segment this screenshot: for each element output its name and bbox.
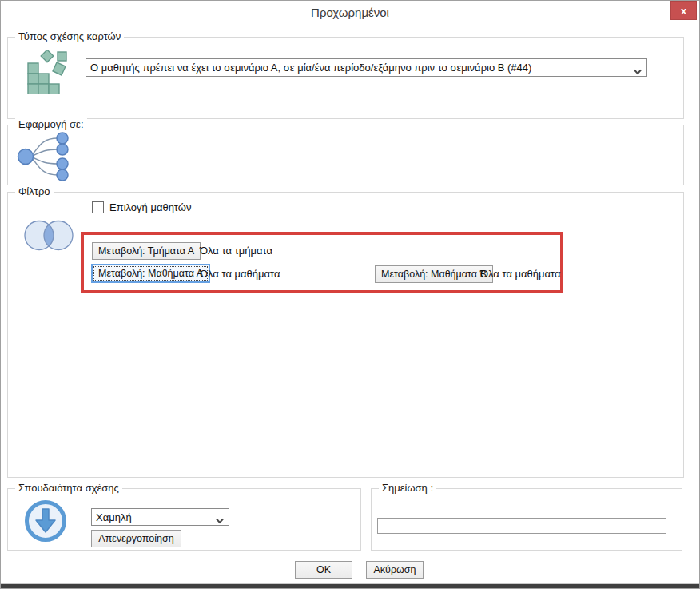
note-input[interactable] [377, 518, 666, 534]
select-students-checkbox[interactable] [92, 201, 104, 213]
relation-type-legend: Τύπος σχέσης καρτών [15, 30, 124, 42]
importance-select[interactable]: Χαμηλή [91, 508, 229, 526]
chevron-down-icon [216, 515, 224, 520]
chevron-down-icon [634, 65, 642, 70]
groupbox-note: Σημείωση : [371, 488, 682, 551]
importance-legend: Σπουδαιότητα σχέσης [15, 482, 122, 494]
subjects-a-value: Όλα τα μαθήματα [200, 268, 280, 280]
change-subjects-a-button[interactable]: Μεταβολή: Μαθήματα Α [91, 264, 210, 283]
classes-a-value: Όλα τα τμήματα [200, 245, 272, 257]
advanced-dialog: Προχωρημένοι x Τύπος σχέσης καρτών [0, 0, 700, 589]
relation-type-selected-value: Ο μαθητής πρέπει να έχει το σεμινάριο Α,… [90, 62, 531, 74]
disable-button[interactable]: Απενεργοποίηση [91, 530, 181, 547]
arrow-down-circle-icon [24, 499, 67, 543]
cards-cluster-icon [26, 50, 70, 94]
change-classes-a-button[interactable]: Μεταβολή: Τμήματα Α [92, 242, 201, 260]
highlight-rectangle [81, 232, 563, 293]
venn-diagram-icon [23, 217, 78, 253]
hierarchy-tree-icon [16, 132, 77, 181]
dialog-title: Προχωρημένοι [311, 6, 389, 19]
title-bar: Προχωρημένοι [1, 1, 699, 25]
window-bottom-edge [1, 583, 699, 588]
groupbox-relation-type: Τύπος σχέσης καρτών Ο μαθητής πρέπει να … [7, 37, 684, 119]
relation-type-select[interactable]: Ο μαθητής πρέπει να έχει το σεμινάριο Α,… [86, 58, 647, 77]
importance-selected-value: Χαμηλή [96, 511, 132, 523]
subjects-b-value: Όλα τα μαθήματα [480, 268, 561, 280]
apply-to-legend: Εφαρμογή σε: [15, 118, 87, 130]
note-legend: Σημείωση : [379, 482, 436, 494]
cancel-button[interactable]: Ακύρωση [366, 561, 424, 579]
groupbox-importance: Σπουδαιότητα σχέσης Χαμηλή Απενεργοποίησ… [7, 488, 361, 551]
ok-button[interactable]: OK [295, 561, 352, 579]
groupbox-filter: Φίλτρο Επιλογή μαθητών Μεταβολή: Τμήματα… [7, 192, 684, 478]
filter-legend: Φίλτρο [15, 185, 54, 197]
select-students-label[interactable]: Επιλογή μαθητών [109, 201, 191, 213]
close-icon: x [681, 5, 686, 17]
close-button[interactable]: x [670, 1, 697, 20]
change-subjects-b-button[interactable]: Μεταβολή: Μαθήματα Β [375, 265, 493, 283]
groupbox-apply-to: Εφαρμογή σε: [7, 125, 684, 185]
